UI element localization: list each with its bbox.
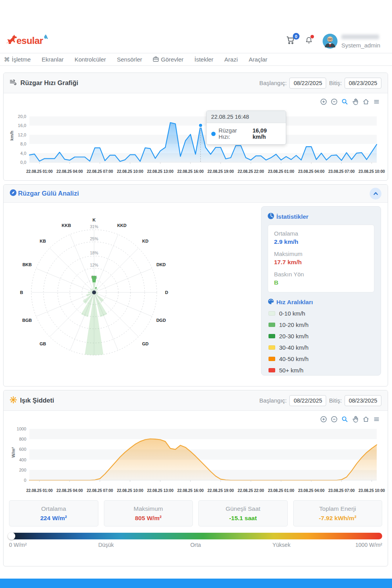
svg-text:DGD: DGD — [156, 318, 166, 323]
nav-item-label: Sensörler — [117, 56, 142, 63]
wind-chart-area: km/h 22.08.25 16:48 Rüzgar Hızı: 16,09 k… — [4, 93, 388, 181]
x-axis-tick-label: 22.08.25 10:00 — [117, 169, 143, 174]
x-axis-tick-label: 23.08.25 10:00 — [359, 169, 385, 174]
svg-text:KKB: KKB — [62, 223, 71, 228]
dashboard-page: esular 0 System_a — [0, 0, 392, 588]
legend-item[interactable]: 20-30 km/h — [269, 333, 374, 339]
legend-swatch — [269, 357, 275, 361]
briefcase-icon — [153, 56, 159, 63]
logo[interactable]: esular — [5, 32, 48, 45]
x-axis-tick-label: 22.08.25 19:00 — [207, 488, 234, 493]
user-meta: System_admin — [341, 34, 380, 49]
selection-zoom-icon[interactable] — [341, 98, 348, 105]
x-axis-tick-label: 23.08.25 01:00 — [268, 169, 294, 174]
svg-text:GB: GB — [40, 341, 46, 346]
stat-label: Maksimum — [274, 250, 368, 257]
menu-icon[interactable] — [373, 98, 380, 105]
wind-start-date-input[interactable] — [289, 78, 326, 89]
zoom-in-icon[interactable] — [320, 416, 327, 423]
svg-text:18%: 18% — [90, 250, 98, 255]
x-axis-tick-label: 22.08.25 07:00 — [87, 488, 113, 493]
x-axis-tick-label: 22.08.25 01:00 — [26, 488, 53, 493]
light-chart-area: W/m² Ortalama224 W/m²Maksimum805 W/m²Gün… — [4, 411, 388, 566]
pan-icon[interactable] — [352, 98, 359, 105]
stat-label: Ortalama — [41, 505, 66, 512]
notifications-button[interactable] — [305, 36, 312, 46]
svg-text:B: B — [20, 290, 23, 295]
light-end-date-input[interactable] — [345, 395, 381, 406]
stat-value: 224 W/m² — [40, 515, 67, 522]
compass-icon — [10, 189, 16, 198]
cart-button[interactable]: 0 — [286, 36, 295, 46]
bell-icon — [305, 39, 312, 45]
nav-item-gorevler[interactable]: Görevler — [153, 56, 183, 63]
legend-label: 10-20 km/h — [279, 321, 309, 328]
wind-rose-chart[interactable]: 6%12%18%25%31%KKKDKDDKDDDGDGDGGDGGGBGBBG… — [6, 209, 182, 357]
scale-label: Düşük — [98, 542, 114, 548]
wind-end-date-input[interactable] — [345, 78, 381, 89]
legend-swatch — [269, 334, 275, 338]
nav-item-isletme[interactable]: ⌘İşletme — [4, 56, 31, 63]
intensity-scale-knob — [8, 532, 15, 540]
tooltip-date: 22.08.25 16:48 — [207, 111, 286, 123]
rose-panel-title: Rüzgar Gülü Analizi — [18, 190, 79, 197]
svg-text:KB: KB — [40, 239, 46, 243]
legend-label: 20-30 km/h — [279, 333, 309, 339]
nav-item-label: Kontrolcüler — [74, 56, 106, 63]
light-stat-box: Toplam Enerji-7.92 kWh/m² — [293, 500, 383, 526]
nav-item-label: Arazi — [224, 56, 238, 63]
zoom-in-icon[interactable] — [320, 98, 327, 105]
zoom-out-icon[interactable] — [331, 98, 338, 105]
selection-zoom-icon[interactable] — [341, 416, 348, 423]
rose-body: 6%12%18%25%31%KKKDKDDKDDDGDGDGGDGGGBGBBG… — [4, 203, 388, 386]
legend-item[interactable]: 50+ km/h — [269, 367, 374, 374]
legend-item[interactable]: 30-40 km/h — [269, 344, 374, 351]
user-avatar[interactable] — [323, 34, 338, 50]
username: System_admin — [341, 42, 380, 49]
nav-item-sensorler[interactable]: Sensörler — [117, 56, 142, 63]
zoom-out-icon[interactable] — [331, 416, 338, 423]
home-icon[interactable] — [363, 98, 369, 105]
legend-item[interactable]: 10-20 km/h — [269, 321, 374, 328]
stat-label: Maksimum — [134, 505, 163, 512]
x-axis-tick-label: 22.08.25 13:00 — [147, 169, 173, 174]
x-axis-tick-label: 22.08.25 13:00 — [147, 488, 173, 493]
nav-item-label: İşletme — [12, 56, 31, 63]
wind-icon — [10, 79, 17, 87]
svg-text:KKD: KKD — [117, 223, 127, 228]
wind-date-controls: Başlangıç: Bitiş: — [259, 78, 381, 89]
light-stat-box: Ortalama224 W/m² — [9, 500, 98, 526]
x-axis-tick-label: 22.08.25 04:00 — [56, 169, 83, 174]
y-axis-tick-label: 4,0 — [7, 151, 26, 156]
collapse-panel-button[interactable] — [370, 188, 381, 200]
svg-text:25%: 25% — [90, 236, 98, 241]
svg-text:BGB: BGB — [22, 318, 32, 323]
stat-label: Ortalama — [274, 230, 368, 237]
wind-line-chart[interactable] — [4, 114, 388, 166]
home-icon[interactable] — [363, 416, 369, 423]
x-axis-tick-label: 23.08.25 07:00 — [328, 169, 354, 174]
y-axis-tick-label: 600 — [7, 447, 26, 452]
x-axis-tick-label: 22.08.25 10:00 — [117, 488, 143, 493]
legend-item[interactable]: 40-50 km/h — [269, 356, 374, 362]
nav-item-arazi[interactable]: Arazi — [224, 56, 238, 63]
scale-label: Yüksek — [272, 542, 290, 548]
light-chart-toolbar — [320, 416, 380, 423]
nav-item-araclar[interactable]: Araçlar — [249, 56, 268, 63]
legend-item[interactable]: 0-10 km/h — [269, 310, 374, 317]
pan-icon[interactable] — [352, 416, 359, 423]
stat-value: 805 W/m² — [135, 515, 162, 522]
y-axis-tick-label: 0 — [7, 478, 26, 483]
nav-item-istekler[interactable]: İstekler — [194, 56, 213, 63]
nav-item-ekranlar[interactable]: Ekranlar — [42, 56, 64, 63]
logo-droplet-icon — [44, 34, 48, 42]
y-axis-tick-label: 800 — [7, 437, 26, 441]
light-area-chart[interactable] — [4, 426, 388, 485]
light-start-date-input[interactable] — [289, 395, 326, 406]
chevron-up-icon — [373, 190, 378, 197]
app-header: esular 0 System_a — [0, 30, 392, 53]
menu-icon[interactable] — [373, 416, 380, 423]
sun-icon — [10, 396, 17, 405]
nav-item-kontrolculer[interactable]: Kontrolcüler — [74, 56, 106, 63]
legend-section-title: Hız Aralıkları — [268, 298, 374, 306]
